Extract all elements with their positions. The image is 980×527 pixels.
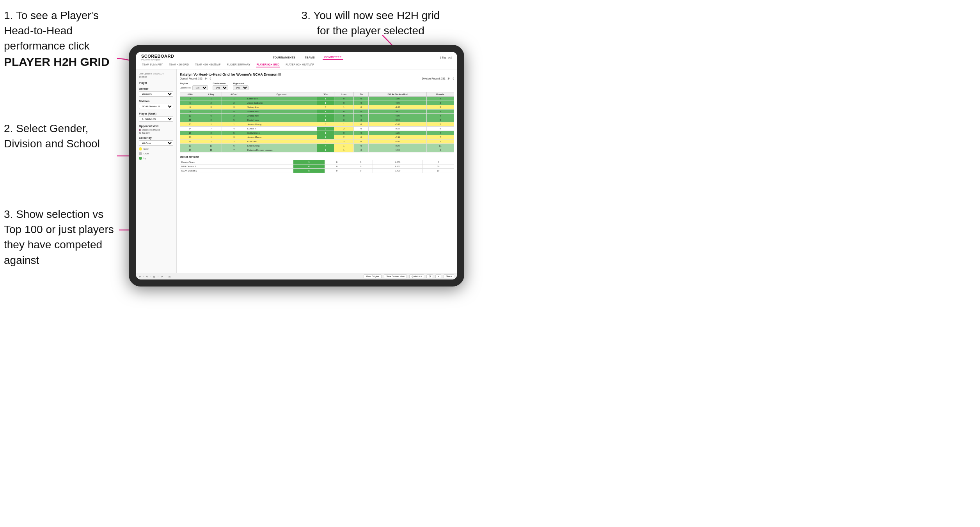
instruction-step3-bottom: 3. Show selection vs Top 100 or just pla… xyxy=(4,207,121,268)
cell-reg: 1 xyxy=(200,110,222,114)
out-of-division-table: Foreign Team 1 0 0 4.500 2 NAIA Division… xyxy=(180,160,454,173)
cell-loss: 1 xyxy=(334,105,354,110)
cell-div: 15 xyxy=(180,131,200,135)
table-row: 16 1 3 Jessica Mason 1 2 0 -0.94 7 xyxy=(180,135,454,140)
toolbar-redo[interactable]: ↪ xyxy=(146,275,148,278)
sub-nav-player-summary[interactable]: PLAYER SUMMARY xyxy=(226,62,251,67)
cell-diff: -5.00 xyxy=(369,140,427,144)
cell-reg: 3 xyxy=(200,105,222,110)
opponents-select[interactable]: (All) xyxy=(192,85,208,90)
cell-reg: 1 xyxy=(200,122,222,127)
toolbar-undo[interactable]: ↩ xyxy=(139,275,141,278)
cell-out-label: NAIA Division 1 xyxy=(180,164,293,169)
toolbar-menu[interactable]: ≡ xyxy=(435,274,441,278)
sub-nav-team-h2h-heatmap[interactable]: TEAM H2H HEATMAP xyxy=(194,62,222,67)
legend-dot-level xyxy=(139,152,142,155)
cell-conf: 3 xyxy=(222,114,246,118)
cell-tie: 0 xyxy=(354,110,369,114)
cell-out-loss: 0 xyxy=(325,169,349,173)
toolbar-view-original[interactable]: View: Original xyxy=(364,274,382,278)
table-row: 14 7 4 Eunice Yi 2 2 0 0.38 9 xyxy=(180,127,454,131)
gender-select[interactable]: Women's xyxy=(139,91,173,97)
cell-div: 5 xyxy=(180,101,200,105)
toolbar-sep4: · xyxy=(166,275,167,278)
nav-teams[interactable]: TEAMS xyxy=(303,55,316,60)
nav-committee[interactable]: COMMITTEE xyxy=(323,55,343,60)
toolbar-layout[interactable]: ⊡ xyxy=(426,274,433,278)
cell-loss: 1 xyxy=(334,122,354,127)
toolbar-save-custom-view[interactable]: Save Custom View xyxy=(384,274,407,278)
toolbar-watch[interactable]: ◎ Watch ▾ xyxy=(409,274,424,278)
cell-loss: 0 xyxy=(334,118,354,122)
radio-top100[interactable]: Top 100 xyxy=(139,132,173,134)
col-tie: Tie xyxy=(354,92,369,97)
cell-diff: 0.30 xyxy=(369,144,427,148)
cell-loss: 0 xyxy=(334,114,354,118)
player-rank-select[interactable]: 8. Katelyn Vo xyxy=(139,116,173,122)
cell-out-rounds: 10 xyxy=(423,169,454,173)
cell-opponent: Euna Lee xyxy=(246,140,317,144)
toolbar-share[interactable]: Share xyxy=(444,274,454,278)
legend-down: Down xyxy=(139,147,173,150)
cell-out-win: 1 xyxy=(293,160,325,164)
cell-win: 1 xyxy=(317,118,334,122)
cell-diff: -3.00 xyxy=(369,122,427,127)
logo-area: SCOREBOARD Powered by clippd xyxy=(141,54,174,61)
table-row: 11 2 5 Heejo Hyun 1 0 0 3.33 3 xyxy=(180,118,454,122)
nav-tournaments[interactable]: TOURNAMENTS xyxy=(271,55,297,60)
cell-win: 0 xyxy=(317,140,334,144)
cell-diff: 1.33 xyxy=(369,148,427,152)
toolbar-clock[interactable]: ◷ xyxy=(169,275,170,278)
cell-opponent: Alexis Sudjianto xyxy=(246,101,317,105)
colour-by-select[interactable]: Win/loss xyxy=(139,140,173,146)
cell-win: 1 xyxy=(317,97,334,101)
gender-label: Gender xyxy=(139,87,173,90)
conference-select[interactable]: (All) xyxy=(213,85,228,90)
col-rounds: Rounds xyxy=(426,92,454,97)
cell-win: 1 xyxy=(317,101,334,105)
sub-nav-team-h2h-grid[interactable]: TEAM H2H GRID xyxy=(168,62,190,67)
cell-div: 16 xyxy=(180,135,200,140)
cell-diff: 1.25 xyxy=(369,131,427,135)
cell-tie: 0 xyxy=(354,131,369,135)
toolbar: ↩ · ↪ · ⊞ · ↩· · ◷ View: Original Save C… xyxy=(136,273,457,279)
cell-out-rounds: 2 xyxy=(423,160,454,164)
cell-opponent: Federica Domecq Lacroze xyxy=(246,148,317,152)
opponent-select[interactable]: (All) xyxy=(233,85,249,90)
logo-sub: Powered by clippd xyxy=(141,58,174,61)
sub-nav-player-h2h-grid[interactable]: PLAYER H2H GRID xyxy=(256,62,281,67)
cell-div: 14 xyxy=(180,127,200,131)
nav-signout[interactable]: | Sign out xyxy=(440,56,452,59)
left-panel: Last Updated: 27/03/2024 16:55:38 Player… xyxy=(136,69,177,273)
cell-conf: 7 xyxy=(222,148,246,152)
col-diff: Diff Av Strokes/Rnd xyxy=(369,92,427,97)
toolbar-redo2[interactable]: ↩· xyxy=(161,275,163,278)
cell-out-win: 5 xyxy=(293,169,325,173)
cell-loss: 2 xyxy=(334,127,354,131)
cell-conf: 2 xyxy=(222,140,246,144)
legend-dot-down xyxy=(139,147,142,150)
cell-out-diff: 4.500 xyxy=(373,160,423,164)
cell-out-win: 15 xyxy=(293,164,325,169)
cell-out-loss: 0 xyxy=(325,164,349,169)
cell-loss: 2 xyxy=(334,140,354,144)
cell-out-tie: 0 xyxy=(349,160,373,164)
table-row: 19 10 6 Emily Chang 4 1 0 0.30 11 xyxy=(180,144,454,148)
sub-nav-player-h2h-heatmap[interactable]: PLAYER H2H HEATMAP xyxy=(285,62,315,67)
region-label: Region xyxy=(180,82,208,85)
toolbar-sep3: · xyxy=(158,275,158,278)
cell-out-loss: 0 xyxy=(325,160,349,164)
cell-win: 1 xyxy=(317,110,334,114)
radio-opponents-played[interactable]: Opponents Played xyxy=(139,129,173,131)
logo-text: SCOREBOARD xyxy=(141,54,174,58)
cell-reg: 11 xyxy=(200,148,222,152)
sub-nav-team-summary[interactable]: TEAM SUMMARY xyxy=(141,62,163,67)
cell-div: 18 xyxy=(180,140,200,144)
nav-links: TOURNAMENTS TEAMS COMMITTEE xyxy=(271,55,343,60)
cell-tie: 0 xyxy=(354,105,369,110)
cell-div: 13 xyxy=(180,122,200,127)
toolbar-grid[interactable]: ⊞ xyxy=(153,275,155,278)
division-select[interactable]: NCAA Division III xyxy=(139,104,173,109)
instruction-step2: 2. Select Gender, Division and School xyxy=(4,121,117,151)
cell-rounds: 2 xyxy=(426,122,454,127)
